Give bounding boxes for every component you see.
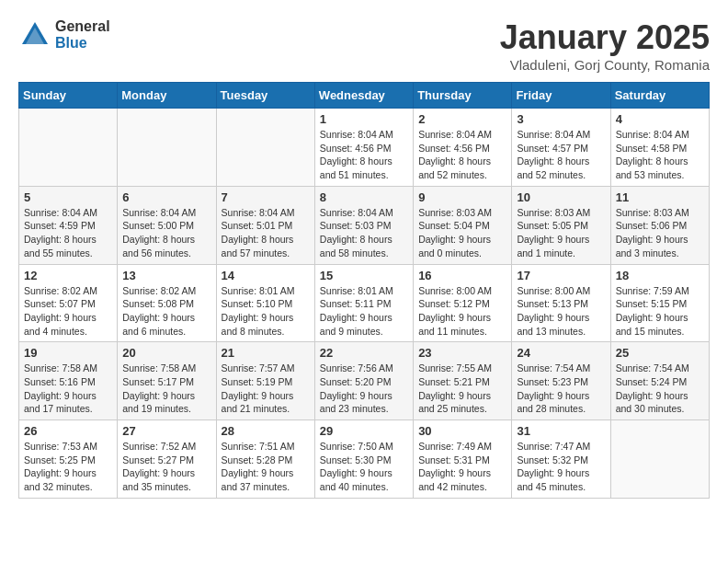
day-info: Sunrise: 7:50 AMSunset: 5:30 PMDaylight:… <box>320 440 408 494</box>
calendar-week-row: 19Sunrise: 7:58 AMSunset: 5:16 PMDayligh… <box>19 342 710 420</box>
calendar-cell: 2Sunrise: 8:04 AMSunset: 4:56 PMDaylight… <box>414 109 512 187</box>
logo-general-text: General <box>55 18 110 35</box>
day-number: 7 <box>222 190 310 204</box>
day-info: Sunrise: 8:02 AMSunset: 5:07 PMDaylight:… <box>24 284 112 339</box>
day-info: Sunrise: 7:57 AMSunset: 5:19 PMDaylight:… <box>222 362 310 416</box>
calendar-cell <box>610 420 709 499</box>
logo-text: General Blue <box>55 18 110 51</box>
calendar-cell: 23Sunrise: 7:55 AMSunset: 5:21 PMDayligh… <box>414 342 512 420</box>
calendar-cell: 22Sunrise: 7:56 AMSunset: 5:20 PMDayligh… <box>314 342 413 420</box>
day-number: 26 <box>24 424 112 438</box>
calendar-cell: 30Sunrise: 7:49 AMSunset: 5:31 PMDayligh… <box>414 420 512 499</box>
calendar-cell: 8Sunrise: 8:04 AMSunset: 5:03 PMDaylight… <box>314 186 413 264</box>
day-number: 23 <box>418 346 506 360</box>
calendar-cell <box>118 109 216 187</box>
day-info: Sunrise: 7:52 AMSunset: 5:27 PMDaylight:… <box>122 440 210 494</box>
calendar-cell: 16Sunrise: 8:00 AMSunset: 5:12 PMDayligh… <box>414 264 512 342</box>
weekday-header-thursday: Thursday <box>414 83 512 109</box>
day-number: 5 <box>24 190 112 204</box>
day-info: Sunrise: 7:54 AMSunset: 5:24 PMDaylight:… <box>616 362 704 416</box>
day-number: 16 <box>418 269 506 282</box>
weekday-header-row: SundayMondayTuesdayWednesdayThursdayFrid… <box>19 83 710 109</box>
day-info: Sunrise: 7:54 AMSunset: 5:23 PMDaylight:… <box>517 362 605 416</box>
day-info: Sunrise: 8:01 AMSunset: 5:10 PMDaylight:… <box>222 284 310 339</box>
day-number: 25 <box>616 346 704 360</box>
calendar-cell: 19Sunrise: 7:58 AMSunset: 5:16 PMDayligh… <box>19 342 118 420</box>
weekday-header-saturday: Saturday <box>610 83 709 109</box>
day-info: Sunrise: 8:04 AMSunset: 4:57 PMDaylight:… <box>517 128 605 182</box>
day-number: 15 <box>320 269 408 282</box>
day-number: 22 <box>320 346 408 360</box>
day-info: Sunrise: 7:59 AMSunset: 5:15 PMDaylight:… <box>616 284 704 339</box>
calendar-cell: 25Sunrise: 7:54 AMSunset: 5:24 PMDayligh… <box>610 342 709 420</box>
weekday-header-sunday: Sunday <box>19 83 118 109</box>
day-number: 29 <box>320 424 408 438</box>
day-info: Sunrise: 7:47 AMSunset: 5:32 PMDaylight:… <box>517 440 605 494</box>
calendar-cell: 27Sunrise: 7:52 AMSunset: 5:27 PMDayligh… <box>118 420 216 499</box>
day-number: 8 <box>320 190 408 204</box>
weekday-header-tuesday: Tuesday <box>216 83 314 109</box>
day-number: 1 <box>320 112 408 126</box>
calendar-cell: 28Sunrise: 7:51 AMSunset: 5:28 PMDayligh… <box>216 420 314 499</box>
calendar-cell: 5Sunrise: 8:04 AMSunset: 4:59 PMDaylight… <box>19 186 118 264</box>
day-info: Sunrise: 8:01 AMSunset: 5:11 PMDaylight:… <box>320 284 408 339</box>
header: General Blue January 2025 Vladuleni, Gor… <box>18 18 710 73</box>
calendar-cell: 6Sunrise: 8:04 AMSunset: 5:00 PMDaylight… <box>118 186 216 264</box>
calendar-cell: 4Sunrise: 8:04 AMSunset: 4:58 PMDaylight… <box>610 109 709 187</box>
day-number: 31 <box>517 424 605 438</box>
calendar-cell: 1Sunrise: 8:04 AMSunset: 4:56 PMDaylight… <box>314 109 413 187</box>
calendar-cell <box>216 109 314 187</box>
day-info: Sunrise: 8:04 AMSunset: 5:03 PMDaylight:… <box>320 206 408 260</box>
day-number: 19 <box>24 346 112 360</box>
calendar-week-row: 1Sunrise: 8:04 AMSunset: 4:56 PMDaylight… <box>19 109 710 187</box>
day-info: Sunrise: 8:04 AMSunset: 4:56 PMDaylight:… <box>418 128 506 182</box>
calendar-cell: 14Sunrise: 8:01 AMSunset: 5:10 PMDayligh… <box>216 264 314 342</box>
day-number: 14 <box>222 269 310 282</box>
calendar-cell: 20Sunrise: 7:58 AMSunset: 5:17 PMDayligh… <box>118 342 216 420</box>
calendar-week-row: 26Sunrise: 7:53 AMSunset: 5:25 PMDayligh… <box>19 420 710 499</box>
day-number: 10 <box>517 190 605 204</box>
location-subtitle: Vladuleni, Gorj County, Romania <box>500 57 710 73</box>
day-number: 30 <box>418 424 506 438</box>
day-info: Sunrise: 8:00 AMSunset: 5:12 PMDaylight:… <box>418 284 506 339</box>
day-info: Sunrise: 7:58 AMSunset: 5:16 PMDaylight:… <box>24 362 112 416</box>
day-info: Sunrise: 8:00 AMSunset: 5:13 PMDaylight:… <box>517 284 605 339</box>
day-info: Sunrise: 8:04 AMSunset: 5:01 PMDaylight:… <box>222 206 310 260</box>
logo: General Blue <box>18 18 110 52</box>
day-info: Sunrise: 7:55 AMSunset: 5:21 PMDaylight:… <box>418 362 506 416</box>
day-info: Sunrise: 8:03 AMSunset: 5:05 PMDaylight:… <box>517 206 605 260</box>
day-info: Sunrise: 8:02 AMSunset: 5:08 PMDaylight:… <box>122 284 210 339</box>
day-number: 9 <box>418 190 506 204</box>
day-info: Sunrise: 8:04 AMSunset: 4:59 PMDaylight:… <box>24 206 112 260</box>
day-number: 21 <box>222 346 310 360</box>
day-info: Sunrise: 8:03 AMSunset: 5:06 PMDaylight:… <box>616 206 704 260</box>
logo-icon <box>18 18 51 52</box>
weekday-header-friday: Friday <box>512 83 610 109</box>
day-info: Sunrise: 7:56 AMSunset: 5:20 PMDaylight:… <box>320 362 408 416</box>
day-number: 17 <box>517 269 605 282</box>
title-area: January 2025 Vladuleni, Gorj County, Rom… <box>500 18 710 73</box>
calendar-week-row: 5Sunrise: 8:04 AMSunset: 4:59 PMDaylight… <box>19 186 710 264</box>
day-number: 28 <box>222 424 310 438</box>
calendar-cell: 26Sunrise: 7:53 AMSunset: 5:25 PMDayligh… <box>19 420 118 499</box>
day-number: 6 <box>122 190 210 204</box>
day-info: Sunrise: 7:49 AMSunset: 5:31 PMDaylight:… <box>418 440 506 494</box>
calendar-cell: 31Sunrise: 7:47 AMSunset: 5:32 PMDayligh… <box>512 420 610 499</box>
day-number: 24 <box>517 346 605 360</box>
calendar-cell: 7Sunrise: 8:04 AMSunset: 5:01 PMDaylight… <box>216 186 314 264</box>
calendar-cell: 9Sunrise: 8:03 AMSunset: 5:04 PMDaylight… <box>414 186 512 264</box>
weekday-header-wednesday: Wednesday <box>314 83 413 109</box>
day-info: Sunrise: 8:04 AMSunset: 4:58 PMDaylight:… <box>616 128 704 182</box>
day-number: 27 <box>122 424 210 438</box>
day-number: 18 <box>616 269 704 282</box>
calendar-cell: 24Sunrise: 7:54 AMSunset: 5:23 PMDayligh… <box>512 342 610 420</box>
calendar-cell: 17Sunrise: 8:00 AMSunset: 5:13 PMDayligh… <box>512 264 610 342</box>
day-info: Sunrise: 8:04 AMSunset: 4:56 PMDaylight:… <box>320 128 408 182</box>
calendar-cell: 12Sunrise: 8:02 AMSunset: 5:07 PMDayligh… <box>19 264 118 342</box>
calendar-cell: 29Sunrise: 7:50 AMSunset: 5:30 PMDayligh… <box>314 420 413 499</box>
calendar-cell: 21Sunrise: 7:57 AMSunset: 5:19 PMDayligh… <box>216 342 314 420</box>
calendar-cell: 13Sunrise: 8:02 AMSunset: 5:08 PMDayligh… <box>118 264 216 342</box>
calendar-cell: 11Sunrise: 8:03 AMSunset: 5:06 PMDayligh… <box>610 186 709 264</box>
day-info: Sunrise: 8:04 AMSunset: 5:00 PMDaylight:… <box>122 206 210 260</box>
calendar-cell <box>19 109 118 187</box>
